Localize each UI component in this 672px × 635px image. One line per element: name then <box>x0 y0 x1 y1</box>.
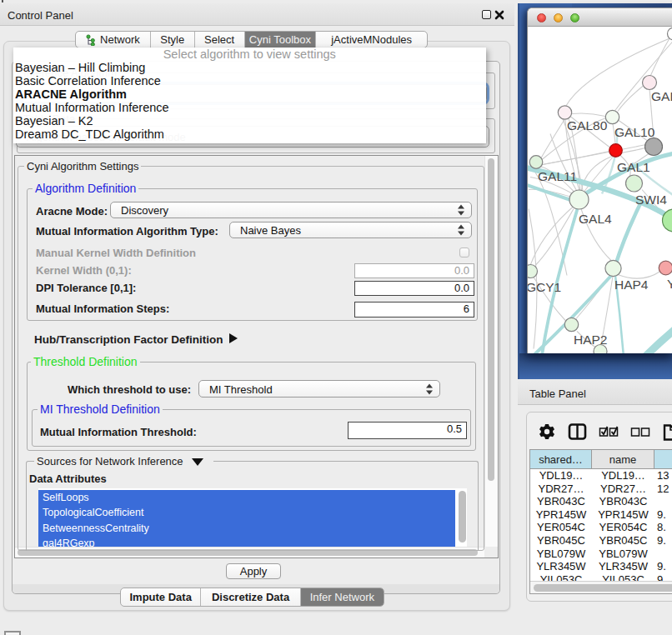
svg-text:GCY1: GCY1 <box>528 280 561 294</box>
svg-text:GAL80: GAL80 <box>567 118 608 132</box>
svg-text:GAL11: GAL11 <box>538 169 577 183</box>
svg-text:GAL: GAL <box>651 89 672 103</box>
svg-text:GAL4: GAL4 <box>579 212 612 226</box>
svg-text:GAL1: GAL1 <box>617 160 650 174</box>
svg-text:HAP2: HAP2 <box>574 332 608 347</box>
svg-text:SWI4: SWI4 <box>635 192 667 207</box>
svg-text:HAP4: HAP4 <box>614 278 649 292</box>
svg-text:Y: Y <box>667 277 672 291</box>
svg-text:GAL10: GAL10 <box>614 125 655 139</box>
